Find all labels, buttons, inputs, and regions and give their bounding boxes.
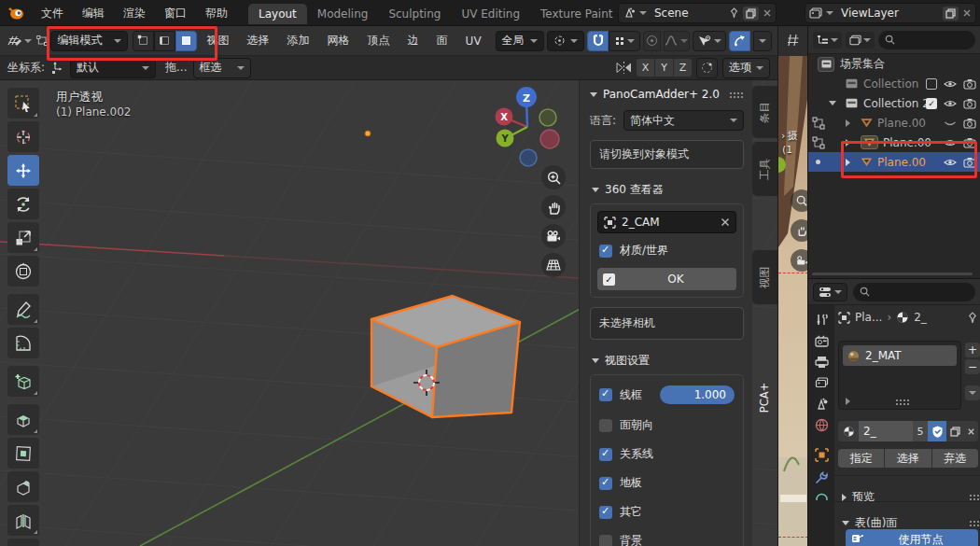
remove-viewlayer-icon[interactable] xyxy=(962,8,972,18)
expand-icon[interactable] xyxy=(846,159,850,166)
wireframe-slider[interactable]: 1.000 xyxy=(660,385,735,404)
render-camera-icon[interactable] xyxy=(963,78,976,90)
outliner-search-input[interactable] xyxy=(878,31,975,49)
breadcrumb-material-name[interactable]: 2_ xyxy=(914,311,927,324)
render-camera-icon[interactable] xyxy=(963,157,976,168)
move-tool[interactable] xyxy=(7,155,39,186)
surface-drag-dots[interactable] xyxy=(969,520,980,526)
mirror-x-button[interactable]: X xyxy=(637,59,654,77)
snap-toggle-button[interactable] xyxy=(587,31,609,51)
workspace-tab-layout[interactable]: Layout xyxy=(248,4,307,24)
pivot-point-dropdown[interactable] xyxy=(547,31,584,51)
face-orientation-checkbox[interactable] xyxy=(599,419,612,432)
users-count-button[interactable]: 5 xyxy=(913,421,928,441)
include-checkbox[interactable]: ✓ xyxy=(926,98,937,109)
expand-icon[interactable] xyxy=(846,119,850,127)
preview-drag-dots[interactable] xyxy=(969,494,980,500)
relationship-lines-checkbox[interactable] xyxy=(599,448,612,461)
camera-slot-field[interactable]: 2_CAM xyxy=(597,211,736,233)
menu-file[interactable]: 文件 xyxy=(32,0,73,26)
unlink-material-button[interactable] xyxy=(963,421,978,441)
camera-photo-view[interactable]: ›摄 (1 xyxy=(778,56,807,546)
new-viewlayer-button[interactable] xyxy=(943,7,959,21)
floor-checkbox[interactable] xyxy=(599,477,612,490)
mirror-y-button[interactable]: Y xyxy=(655,59,673,77)
coord-system-dropdown[interactable]: 默认 xyxy=(70,58,156,78)
pin-icon[interactable] xyxy=(967,312,978,324)
blender-logo-icon[interactable] xyxy=(0,7,32,20)
snap-symmetry-button[interactable] xyxy=(696,58,718,78)
options-dropdown[interactable]: 选项 xyxy=(722,58,770,78)
hide-eye-icon[interactable] xyxy=(944,158,957,167)
select-button[interactable]: 选择 xyxy=(885,449,931,468)
navigation-gizmo[interactable]: Z X Y xyxy=(483,82,577,171)
slot-specials-button[interactable] xyxy=(965,385,980,400)
viewlayer-selector[interactable]: ViewLayer xyxy=(805,3,976,23)
menu-window[interactable]: 窗口 xyxy=(155,0,196,26)
fake-user-shield-button[interactable] xyxy=(928,421,946,441)
material-world-checkbox[interactable] xyxy=(599,245,612,258)
plane2-row[interactable]: Plane.00 xyxy=(808,133,980,152)
material-world-toggle[interactable]: 材质/世界 xyxy=(599,243,735,259)
remove-slot-button[interactable]: − xyxy=(965,359,980,374)
hidden-eye-icon[interactable] xyxy=(944,119,957,128)
ortho-toggle-button[interactable] xyxy=(541,253,566,277)
collection-row[interactable]: Collection xyxy=(808,74,980,93)
zoom-button[interactable] xyxy=(541,165,566,189)
mirror-z-button[interactable]: Z xyxy=(674,59,692,77)
strip-zoom-button[interactable] xyxy=(791,189,807,212)
measure-tool[interactable] xyxy=(7,328,39,358)
render-camera-icon[interactable] xyxy=(963,98,976,109)
hide-eye-icon[interactable] xyxy=(944,99,957,108)
menu-view[interactable]: 视图 xyxy=(200,33,237,49)
workspace-tab-modeling[interactable]: Modeling xyxy=(307,4,379,24)
scene-collection-row[interactable]: 场景集合 xyxy=(808,54,980,74)
tab-tool[interactable]: 工具 xyxy=(752,142,777,196)
camera-viewport-strip[interactable]: ›摄 (1 xyxy=(777,26,807,546)
tab-modifiers-icon[interactable] xyxy=(815,470,829,484)
transform-tool[interactable] xyxy=(7,256,39,287)
preview-section-header[interactable]: 预览 xyxy=(842,489,980,505)
language-dropdown[interactable]: 简体中文 xyxy=(623,110,744,131)
plane3-row-selected[interactable]: Plane.00 xyxy=(808,152,980,172)
strip-camera-button[interactable] xyxy=(791,249,807,272)
select-tool-dropdown[interactable]: 框选 xyxy=(193,58,251,78)
extrude-tool[interactable] xyxy=(7,404,39,435)
pan-button[interactable] xyxy=(541,195,566,219)
outliner-filter-dropdown[interactable] xyxy=(846,32,875,49)
scale-tool[interactable] xyxy=(7,222,39,253)
falloff-dropdown[interactable] xyxy=(664,31,690,51)
background-checkbox[interactable] xyxy=(599,535,612,546)
cursor-tool[interactable] xyxy=(7,121,39,152)
editor-type-button[interactable] xyxy=(6,35,34,48)
properties-editor-type-button[interactable] xyxy=(813,283,847,301)
menu-edit[interactable]: 编辑 xyxy=(73,0,114,26)
tab-render-icon[interactable] xyxy=(815,335,829,347)
wireframe-checkbox[interactable] xyxy=(599,388,612,401)
material-slot-row[interactable]: 2_MAT xyxy=(843,345,957,366)
face-select-button[interactable] xyxy=(175,31,197,51)
expand-icon[interactable] xyxy=(846,139,850,147)
viewer-section-header[interactable]: 360 查看器 xyxy=(592,182,744,198)
bevel-tool[interactable] xyxy=(7,471,39,502)
copy-material-button[interactable] xyxy=(946,421,963,441)
unlink-scene-icon[interactable] xyxy=(763,8,772,18)
addon-panel-header[interactable]: PanoCamAdder+ 2.0 xyxy=(590,88,744,101)
view-settings-header[interactable]: 视图设置 xyxy=(592,353,744,369)
menu-mesh[interactable]: 网格 xyxy=(320,33,357,49)
tab-physics-icon[interactable] xyxy=(815,493,829,500)
collection2-row[interactable]: Collection 2 ✓ xyxy=(808,93,980,113)
slot-expand-icon[interactable] xyxy=(846,398,850,405)
expand-icon[interactable] xyxy=(829,101,836,105)
tab-output-icon[interactable] xyxy=(815,356,829,369)
material-name-field[interactable]: 2_ xyxy=(859,421,913,441)
render-camera-icon[interactable] xyxy=(963,137,976,148)
ok-button[interactable]: ✓ OK xyxy=(597,268,736,290)
tab-scene-icon[interactable] xyxy=(815,398,829,410)
menu-vertex[interactable]: 顶点 xyxy=(360,33,398,49)
add-cube-tool[interactable] xyxy=(7,366,39,397)
show-gizmo-button[interactable] xyxy=(729,31,750,51)
tab-view[interactable]: 视图 xyxy=(752,250,777,304)
snap-settings-dropdown[interactable] xyxy=(609,31,640,51)
orientation-dropdown[interactable]: 全局 xyxy=(496,31,545,51)
